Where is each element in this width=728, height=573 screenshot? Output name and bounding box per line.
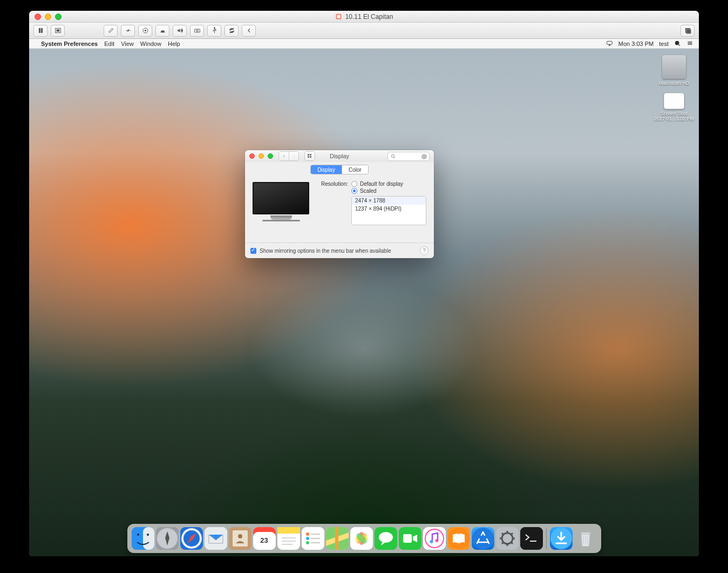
grid-button[interactable] bbox=[305, 152, 315, 160]
display-thumbnail bbox=[253, 182, 309, 224]
dock-launchpad[interactable] bbox=[156, 527, 179, 550]
svg-point-32 bbox=[238, 534, 242, 538]
menubar-clock[interactable]: Mon 3:03 PM bbox=[618, 41, 654, 47]
radio-default-label: Default for display bbox=[360, 181, 403, 187]
mirroring-label: Show mirroring options in the menu bar w… bbox=[260, 248, 391, 254]
tab-color[interactable]: Color bbox=[342, 165, 368, 174]
notifications-icon[interactable] bbox=[686, 40, 693, 47]
dock-trash[interactable] bbox=[574, 527, 597, 550]
vm-settings-button[interactable] bbox=[104, 25, 118, 37]
svg-point-51 bbox=[430, 540, 433, 543]
resolution-option-0[interactable]: 2474 × 1788 bbox=[352, 197, 426, 205]
vm-harddisk-button[interactable] bbox=[138, 25, 152, 37]
svg-point-52 bbox=[435, 539, 438, 542]
dock-separator bbox=[546, 528, 547, 549]
resolution-list[interactable]: 2474 × 1788 1237 × 894 (HiDPI) bbox=[351, 196, 426, 225]
close-button[interactable] bbox=[35, 14, 41, 20]
svg-point-21 bbox=[391, 154, 394, 157]
svg-rect-3 bbox=[41, 28, 42, 32]
vmware-window: 10.11 El Capitan System Preferences Edit… bbox=[29, 11, 699, 556]
resolution-option-1[interactable]: 1237 × 894 (HiDPI) bbox=[352, 205, 426, 213]
prefs-search[interactable] bbox=[387, 152, 430, 161]
svg-rect-23 bbox=[143, 527, 154, 550]
dock-ibooks[interactable] bbox=[447, 527, 470, 550]
svg-point-16 bbox=[675, 41, 679, 45]
radio-scaled[interactable]: Scaled bbox=[351, 188, 377, 194]
svg-point-46 bbox=[379, 532, 393, 543]
dock-calendar[interactable]: 23 bbox=[253, 527, 276, 550]
svg-rect-59 bbox=[581, 532, 590, 535]
svg-point-54 bbox=[472, 528, 494, 549]
desktop-hd-label: Macintosh HD bbox=[652, 80, 696, 86]
vm-title-text: 10.11 El Capitan bbox=[345, 13, 393, 21]
dock-itunes[interactable] bbox=[423, 527, 446, 550]
svg-point-11 bbox=[196, 30, 198, 31]
prefs-minimize-button[interactable] bbox=[258, 153, 264, 159]
svg-point-25 bbox=[147, 534, 149, 536]
svg-point-38 bbox=[306, 541, 309, 544]
dock-facetime[interactable] bbox=[399, 527, 421, 550]
vm-app-icon bbox=[335, 13, 342, 20]
svg-point-49 bbox=[424, 528, 445, 549]
dock-finder[interactable] bbox=[132, 527, 154, 550]
radio-scaled-label: Scaled bbox=[360, 188, 377, 194]
vm-pause-button[interactable] bbox=[33, 25, 47, 37]
svg-rect-15 bbox=[607, 41, 612, 44]
back-button[interactable]: ‹ bbox=[279, 152, 289, 160]
desktop-hd-icon[interactable]: Macintosh HD bbox=[652, 55, 696, 86]
menu-view[interactable]: View bbox=[121, 41, 134, 47]
maximize-button[interactable] bbox=[55, 14, 62, 20]
svg-point-37 bbox=[306, 537, 309, 540]
dock-safari[interactable] bbox=[180, 527, 203, 550]
svg-rect-20 bbox=[310, 156, 311, 158]
dock-terminal[interactable] bbox=[520, 527, 543, 550]
dock: 23 bbox=[127, 524, 601, 553]
vm-cdrom-button[interactable] bbox=[155, 25, 169, 37]
svg-point-6 bbox=[127, 30, 128, 31]
vm-sync-button[interactable] bbox=[224, 25, 239, 37]
fwd-button[interactable]: › bbox=[289, 152, 298, 160]
spotlight-icon[interactable] bbox=[674, 40, 681, 47]
svg-rect-17 bbox=[308, 154, 309, 156]
vm-snapshot-button[interactable] bbox=[51, 25, 65, 37]
radio-default[interactable]: Default for display bbox=[351, 181, 403, 187]
prefs-zoom-button[interactable] bbox=[268, 153, 273, 159]
guest-menubar: System Preferences Edit View Window Help… bbox=[29, 39, 699, 49]
svg-rect-1 bbox=[337, 15, 341, 18]
dock-reminders[interactable] bbox=[302, 527, 324, 550]
prefs-close-button[interactable] bbox=[249, 153, 255, 159]
menu-window[interactable]: Window bbox=[140, 41, 161, 47]
vmware-titlebar: 10.11 El Capitan bbox=[29, 11, 699, 23]
menu-help[interactable]: Help bbox=[168, 41, 180, 47]
prefs-tabs: Display Color bbox=[245, 162, 434, 178]
vm-fullscreen-button[interactable] bbox=[681, 25, 695, 37]
wallpaper bbox=[29, 39, 699, 556]
mirroring-checkbox[interactable] bbox=[250, 248, 256, 254]
tab-display[interactable]: Display bbox=[311, 165, 342, 174]
dock-contacts[interactable] bbox=[229, 527, 251, 550]
dock-photos[interactable] bbox=[350, 527, 373, 550]
desktop-screenshot-icon[interactable]: Screen Shot 2017-01...3.02 PM bbox=[652, 93, 696, 122]
prefs-nav-buttons[interactable]: ‹ › bbox=[278, 151, 299, 161]
menubar-user[interactable]: test bbox=[659, 41, 669, 47]
desktop-screenshot-label: Screen Shot bbox=[652, 111, 696, 116]
dock-sysprefs[interactable] bbox=[496, 527, 519, 550]
menu-edit[interactable]: Edit bbox=[104, 41, 114, 47]
dock-downloads[interactable] bbox=[550, 527, 573, 550]
airplay-icon[interactable] bbox=[606, 40, 613, 47]
dock-maps[interactable] bbox=[326, 527, 349, 550]
vm-usb-button[interactable] bbox=[207, 25, 221, 37]
vm-network-button[interactable] bbox=[121, 25, 135, 37]
svg-rect-57 bbox=[520, 527, 543, 550]
menubar-app-name[interactable]: System Preferences bbox=[41, 41, 98, 47]
dock-mail[interactable] bbox=[205, 527, 227, 550]
dock-appstore[interactable] bbox=[472, 527, 494, 550]
minimize-button[interactable] bbox=[45, 14, 51, 20]
dock-notes[interactable] bbox=[277, 527, 300, 550]
dock-messages[interactable] bbox=[375, 527, 397, 550]
help-button[interactable]: ? bbox=[420, 246, 428, 255]
vm-sound-button[interactable] bbox=[173, 25, 187, 37]
vm-collapse-button[interactable] bbox=[242, 25, 256, 37]
vm-camera-button[interactable] bbox=[190, 25, 204, 37]
svg-rect-19 bbox=[308, 156, 309, 158]
